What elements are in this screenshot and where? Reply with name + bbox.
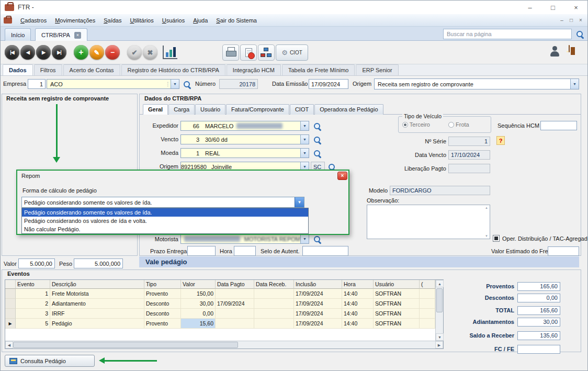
print-button[interactable] bbox=[222, 44, 239, 61]
grid-cell[interactable]: 14:40 bbox=[342, 299, 374, 309]
vertical-scrollbar[interactable]: ▲ ▼ bbox=[435, 280, 443, 341]
last-record-button[interactable]: ▶| bbox=[52, 45, 66, 60]
exit-button[interactable] bbox=[569, 46, 570, 52]
next-record-button[interactable]: ▶ bbox=[36, 45, 51, 60]
selected-grid-cell[interactable]: 15,60 bbox=[181, 319, 216, 329]
expedidor-search-button[interactable] bbox=[312, 121, 322, 131]
scheduled-document-button[interactable] bbox=[240, 44, 257, 61]
vencto-search-button[interactable] bbox=[312, 135, 322, 144]
grid-cell[interactable]: 2 bbox=[16, 299, 50, 309]
tab-registro-historico[interactable]: Registro de Histórico do CTRB/RPA bbox=[121, 64, 225, 75]
lookup-ellipsis-icon[interactable]: ⋮ bbox=[165, 81, 171, 87]
tab-fatura-comprovante[interactable]: Fatura/Comprovante bbox=[226, 104, 289, 115]
grid-cell[interactable]: 0,00 bbox=[181, 309, 216, 319]
motorista-dropdown-icon[interactable]: ▼ bbox=[300, 234, 309, 243]
vertical-scroll-thumb[interactable] bbox=[436, 288, 443, 312]
grid-cell[interactable]: SOFTRAN bbox=[374, 299, 420, 309]
tab-integracao-hcm[interactable]: Integração HCM bbox=[227, 64, 281, 75]
consulta-pedagio-button[interactable]: Consulta Pedágio bbox=[5, 355, 95, 367]
grid-cell[interactable]: 150,00 bbox=[181, 289, 216, 299]
grid-cell[interactable]: 1 bbox=[16, 289, 50, 299]
delete-record-button[interactable]: − bbox=[105, 45, 120, 60]
oper-distribuicao-checkbox[interactable] bbox=[493, 235, 500, 242]
data-emissao-field[interactable]: 17/09/2024 bbox=[309, 79, 348, 89]
grid-cell[interactable] bbox=[420, 309, 435, 319]
expedidor-dropdown-icon[interactable]: ▼ bbox=[300, 121, 309, 130]
mdi-restore-button[interactable]: □ bbox=[567, 14, 576, 27]
tab-geral[interactable]: Geral bbox=[143, 104, 168, 115]
tab-carga[interactable]: Carga bbox=[168, 104, 195, 115]
grid-cell[interactable]: Pedágio bbox=[50, 319, 144, 329]
option-ida-e-volta[interactable]: Pedágio considerando os valores de ída e… bbox=[22, 217, 308, 225]
grid-cell[interactable]: 17/09/2024 bbox=[294, 289, 342, 299]
grid-cell[interactable] bbox=[254, 289, 294, 299]
scroll-right-button[interactable]: ▶ bbox=[435, 341, 443, 348]
tab-filtros[interactable]: Filtros bbox=[34, 64, 62, 75]
row-marker[interactable] bbox=[5, 289, 16, 299]
minimize-button[interactable]: – bbox=[518, 1, 541, 14]
grid-cell[interactable] bbox=[254, 319, 294, 329]
search-input[interactable] bbox=[443, 29, 572, 39]
grid-cell[interactable] bbox=[254, 309, 294, 319]
grid-cell[interactable]: 17/09/2024 bbox=[294, 299, 342, 309]
menu-item-usuarios[interactable]: Usuários bbox=[158, 14, 189, 27]
grid-cell[interactable] bbox=[254, 299, 294, 309]
vencto-dropdown-icon[interactable]: ▼ bbox=[300, 135, 309, 144]
horizontal-scrollbar[interactable]: ◀ ▶ bbox=[5, 341, 443, 348]
origem-header-combo[interactable]: Receita sem registro de comprovante ▼ bbox=[374, 78, 579, 89]
menu-item-saidas[interactable]: Saídas bbox=[99, 14, 126, 27]
grid-cell[interactable]: Frete Motorista bbox=[50, 289, 144, 299]
tab-acerto-de-contas[interactable]: Acerto de Contas bbox=[63, 64, 120, 75]
grid-cell[interactable]: SOFTRAN bbox=[374, 319, 420, 329]
scroll-up-icon[interactable]: ▲ bbox=[485, 206, 488, 209]
grid-cell[interactable]: 17/09/2024 bbox=[294, 309, 342, 319]
origem-dropdown-icon[interactable]: ▼ bbox=[570, 79, 579, 89]
tab-ciot[interactable]: CIOT bbox=[290, 104, 314, 115]
vencto-field[interactable]: 3 30/60 dd ▼ bbox=[180, 134, 309, 144]
first-record-button[interactable]: |◀ bbox=[5, 45, 19, 60]
moeda-dropdown-icon[interactable]: ▼ bbox=[300, 149, 309, 158]
empresa-search-button[interactable] bbox=[182, 80, 191, 89]
empresa-code-field[interactable]: 1 bbox=[28, 79, 46, 89]
menu-item-cadastros[interactable]: Cadastros bbox=[16, 14, 51, 27]
grid-cell[interactable]: 14:40 bbox=[342, 309, 374, 319]
grid-cell[interactable]: 17/09/2024 bbox=[216, 299, 254, 309]
grid-cell[interactable]: IRRF bbox=[50, 309, 144, 319]
grid-cell[interactable] bbox=[420, 319, 435, 329]
grid-cell[interactable] bbox=[216, 289, 254, 299]
close-button[interactable]: × bbox=[564, 1, 587, 14]
row-marker[interactable] bbox=[5, 309, 16, 319]
hora-field[interactable] bbox=[234, 246, 256, 256]
scroll-up-button[interactable]: ▲ bbox=[436, 280, 444, 287]
empresa-dropdown-icon[interactable]: ▼ bbox=[171, 80, 179, 88]
expedidor-field[interactable]: 66 MARCELO ▼ bbox=[180, 121, 309, 131]
confirm-button[interactable]: ✔ bbox=[127, 45, 142, 60]
valor-field[interactable]: 5.000,00 bbox=[18, 258, 55, 268]
mdi-close-button[interactable]: × bbox=[576, 14, 585, 27]
tab-close-icon[interactable]: × bbox=[74, 32, 81, 39]
tab-inicio[interactable]: Início bbox=[5, 28, 31, 41]
grid-cell[interactable]: 14:40 bbox=[342, 289, 374, 299]
search-button[interactable] bbox=[573, 29, 586, 39]
grid-cell[interactable]: 5 bbox=[16, 319, 50, 329]
moeda-search-button[interactable] bbox=[312, 149, 322, 158]
scroll-down-icon[interactable]: ▼ bbox=[485, 234, 488, 238]
empresa-name-field[interactable]: ACO ⋮ ▼ bbox=[47, 79, 179, 89]
grid-cell[interactable]: 14:40 bbox=[342, 319, 374, 329]
grid-cell[interactable]: Provento bbox=[144, 319, 181, 329]
motorista-search-button[interactable] bbox=[312, 234, 322, 244]
hierarchy-button[interactable] bbox=[258, 44, 275, 61]
sequencia-hcm-field[interactable] bbox=[540, 121, 577, 130]
grid-cell[interactable] bbox=[420, 299, 435, 309]
tab-usuario[interactable]: Usuário bbox=[195, 104, 225, 115]
current-row-marker[interactable]: ▶ bbox=[5, 319, 16, 329]
grid-cell[interactable]: SOFTRAN bbox=[374, 289, 420, 299]
previous-record-button[interactable]: ◀ bbox=[20, 45, 35, 60]
moeda-field[interactable]: 1 REAL ▼ bbox=[180, 148, 309, 158]
maximize-button[interactable]: □ bbox=[541, 1, 564, 14]
forma-calculo-combo[interactable]: Pedágio considerando somente os valores … bbox=[21, 197, 304, 208]
grid-cell[interactable]: 17/09/2024 bbox=[294, 319, 342, 329]
observacao-textarea[interactable]: ▲ ▼ bbox=[367, 205, 490, 239]
grid-cell[interactable]: Desconto bbox=[144, 309, 181, 319]
ciot-button[interactable]: ⚙ CIOT bbox=[276, 44, 308, 61]
